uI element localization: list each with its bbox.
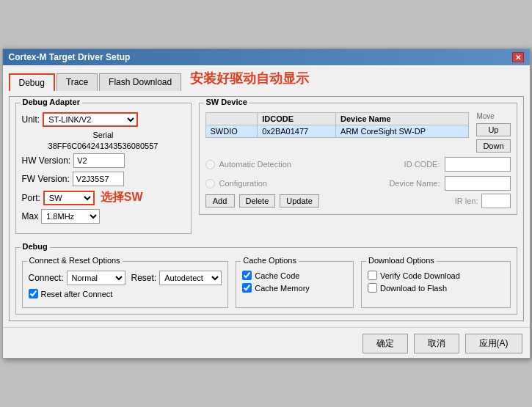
bottom-three-col: Connect & Reset Options Connect: Normal … — [22, 261, 511, 308]
title-bar: Cortex-M Target Driver Setup ✕ — [3, 49, 530, 65]
connect-select[interactable]: Normal Under Reset — [67, 271, 125, 285]
download-checkbox[interactable] — [368, 283, 377, 293]
tab-flash-download[interactable]: Flash Download — [99, 73, 181, 91]
main-annotation: 安装好驱动自动显示 — [190, 70, 309, 87]
ir-len-input[interactable] — [481, 194, 511, 208]
download-label: Download to Flash — [380, 284, 447, 293]
download-options-group: Download Options Verify Code Download Do… — [361, 261, 511, 308]
unit-select[interactable]: ST-LINK/V2 — [43, 112, 138, 127]
sw-device-label: SW Device — [204, 98, 249, 106]
add-button[interactable]: Add — [205, 194, 235, 208]
device-table-container: IDCODE Device Name SWDIO 0x2BA01477 ARM … — [205, 112, 470, 153]
cache-memory-checkbox[interactable] — [242, 283, 252, 293]
main-window: Cortex-M Target Driver Setup ✕ Debug Tra… — [2, 48, 531, 359]
debug-adapter-panel: Debug Adapter Unit: ST-LINK/V2 Serial 38… — [15, 103, 192, 240]
tab-bar: Debug Trace Flash Download — [9, 73, 183, 90]
reset-label: Reset: — [131, 273, 157, 283]
id-code-input[interactable] — [445, 157, 511, 172]
hw-version-label: HW Version: — [22, 155, 71, 166]
download-options-label: Download Options — [366, 256, 437, 265]
configuration-radio — [205, 179, 215, 188]
connect-label: Connect: — [29, 273, 64, 283]
cancel-button[interactable]: 取消 — [414, 334, 459, 353]
debug-bottom-section: Debug Connect & Reset Options Connect: N… — [15, 247, 517, 315]
col-device-name: Device Name — [336, 113, 469, 125]
debug-adapter-label: Debug Adapter — [21, 98, 82, 106]
connect-reset-label: Connect & Reset Options — [27, 256, 123, 265]
verify-label: Verify Code Download — [380, 271, 460, 280]
reset-after-row: Reset after Connect — [29, 289, 222, 298]
ir-len-row: Add Delete Update IR len: — [205, 194, 511, 208]
update-button[interactable]: Update — [280, 194, 318, 208]
window-content: Debug Trace Flash Download 安装好驱动自动显示 Deb… — [3, 65, 530, 327]
device-name-input[interactable] — [445, 176, 511, 191]
apply-button[interactable]: 应用(A) — [465, 334, 522, 353]
close-button[interactable]: ✕ — [512, 52, 524, 62]
action-buttons: Add Delete Update — [205, 194, 319, 208]
cache-code-row: Cache Code — [242, 271, 347, 280]
serial-value: 38FF6C064241343536080557 — [22, 142, 185, 150]
move-buttons: Move Up Down — [476, 112, 510, 153]
tab-debug[interactable]: Debug — [9, 73, 55, 91]
cache-memory-label: Cache Memory — [255, 284, 310, 293]
window-title: Cortex-M Target Driver Setup — [9, 52, 131, 62]
autodetect-row: Automatic Detection ID CODE: — [205, 157, 511, 172]
footer-bar: 确定 取消 应用(A) — [3, 327, 530, 358]
max-row: Max 1.8MHz — [22, 209, 185, 224]
fw-version-label: FW Version: — [22, 174, 70, 184]
serial-label: Serial — [22, 131, 185, 139]
verify-row: Verify Code Download — [368, 271, 504, 280]
debug-layout: Debug Adapter Unit: ST-LINK/V2 Serial 38… — [15, 103, 517, 240]
cache-memory-row: Cache Memory — [242, 283, 347, 293]
port-select[interactable]: SW JTAG — [43, 191, 95, 205]
autodetect-label: Automatic Detection — [219, 160, 291, 169]
connect-reset-group: Connect & Reset Options Connect: Normal … — [22, 261, 229, 308]
ir-len-label: IR len: — [455, 197, 478, 205]
device-name-col: ARM CoreSight SW-DP — [336, 125, 469, 138]
reset-after-checkbox[interactable] — [29, 289, 38, 298]
connect-row: Connect: Normal Under Reset Reset: Autod… — [29, 271, 222, 285]
reset-select[interactable]: Autodetect Software — [159, 271, 222, 285]
max-label: Max — [22, 211, 39, 221]
configuration-row: Configuration Device Name: — [205, 176, 511, 191]
port-row: Port: SW JTAG 选择SW — [22, 190, 185, 205]
max-select[interactable]: 1.8MHz — [41, 209, 100, 224]
col-swdio — [205, 113, 258, 125]
autodetect-radio — [205, 160, 215, 169]
cache-code-label: Cache Code — [255, 271, 299, 280]
port-label: Port: — [22, 193, 40, 203]
sw-device-panel: SW Device IDCODE Device Name SWDIO 0x2BA… — [199, 103, 517, 240]
tab-trace[interactable]: Trace — [57, 73, 98, 91]
delete-button[interactable]: Delete — [239, 194, 276, 208]
sw-device-table: IDCODE Device Name SWDIO 0x2BA01477 ARM … — [205, 112, 470, 138]
device-data-row[interactable]: SWDIO 0x2BA01477 ARM CoreSight SW-DP — [205, 125, 469, 138]
download-row: Download to Flash — [368, 283, 504, 293]
reset-after-label: Reset after Connect — [41, 290, 113, 298]
hw-version-input[interactable] — [73, 153, 125, 168]
col-idcode: IDCODE — [258, 113, 336, 125]
move-down-button[interactable]: Down — [476, 139, 510, 153]
move-up-button[interactable]: Up — [476, 123, 510, 136]
device-table-wrapper: IDCODE Device Name SWDIO 0x2BA01477 ARM … — [205, 112, 511, 153]
unit-row: Unit: ST-LINK/V2 — [22, 112, 185, 127]
fw-version-input[interactable] — [73, 172, 124, 186]
cache-code-checkbox[interactable] — [242, 271, 252, 280]
ok-button[interactable]: 确定 — [362, 334, 408, 353]
cache-options-group: Cache Options Cache Code Cache Memory — [236, 261, 354, 308]
id-code-label: ID CODE: — [404, 160, 440, 169]
idcode-col: 0x2BA01477 — [258, 125, 336, 138]
configuration-label: Configuration — [219, 179, 267, 188]
move-label: Move — [476, 112, 510, 120]
fw-version-row: FW Version: — [22, 172, 185, 186]
device-name-label: Device Name: — [389, 179, 440, 188]
swdio-col: SWDIO — [205, 125, 258, 138]
sw-device-group: SW Device IDCODE Device Name SWDIO 0x2BA… — [199, 103, 517, 215]
verify-checkbox[interactable] — [368, 271, 377, 280]
port-annotation: 选择SW — [101, 190, 143, 205]
debug-adapter-group: Debug Adapter Unit: ST-LINK/V2 Serial 38… — [15, 103, 192, 234]
unit-label: Unit: — [22, 114, 40, 125]
tab-content-debug: Debug Adapter Unit: ST-LINK/V2 Serial 38… — [9, 96, 524, 321]
debug-section-label: Debug — [21, 242, 50, 251]
cache-options-label: Cache Options — [241, 256, 299, 265]
hw-version-row: HW Version: — [22, 153, 185, 168]
